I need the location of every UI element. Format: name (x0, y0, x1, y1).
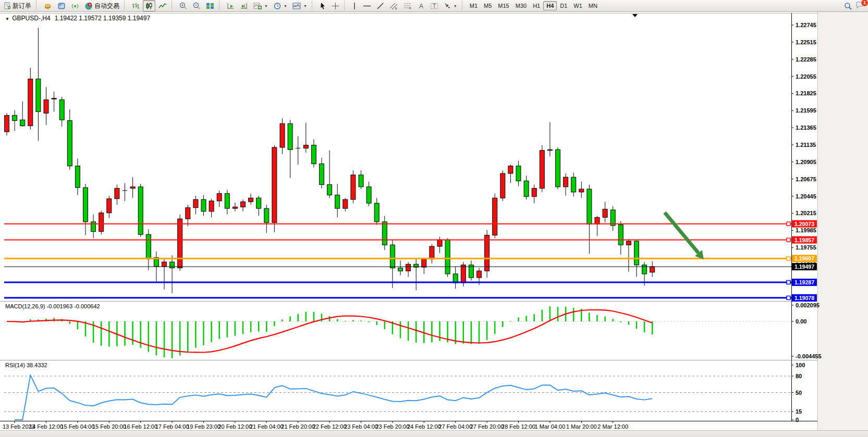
chart-background (0, 12, 817, 430)
svg-text:A: A (419, 3, 423, 10)
time-tick-label: 21 Feb 04:00 (250, 423, 284, 430)
periods-button[interactable]: ▼ (271, 0, 289, 11)
rsi-tick-label: 15 (796, 408, 802, 415)
trendline-tool-button[interactable] (374, 0, 386, 11)
timeframe-w1[interactable]: W1 (570, 1, 585, 10)
timeframe-m30[interactable]: M30 (512, 1, 530, 10)
tile-windows-icon (206, 2, 214, 10)
notification-badge: 1 (861, 0, 868, 7)
trendline-icon (376, 2, 384, 10)
candle-body (445, 240, 450, 274)
candle-body (146, 234, 151, 259)
signal-button[interactable] (69, 0, 81, 11)
crosshair-tool-button[interactable] (329, 0, 341, 11)
hline-price-label: 1.19607 (794, 255, 814, 261)
hline-marker[interactable] (787, 222, 790, 226)
candle-body (603, 209, 607, 218)
candle-body (618, 225, 623, 245)
timeframe-mn[interactable]: MN (585, 1, 601, 10)
new-order-button[interactable]: 新订单 (2, 0, 33, 11)
candle-body (564, 177, 568, 187)
channel-tool-button[interactable]: E (387, 0, 400, 11)
macd-label: MACD(12,26,9) -0.001963 -0.000642 (5, 303, 100, 309)
candle-body (193, 199, 198, 208)
new-order-icon (4, 2, 11, 9)
candle-body (516, 166, 521, 181)
timeframe-m15[interactable]: M15 (495, 1, 512, 10)
search-icon[interactable] (844, 2, 852, 10)
candle-body (52, 98, 56, 99)
gold-ingot-icon (43, 2, 52, 10)
horizontal-line-icon (363, 2, 371, 10)
hline-marker[interactable] (787, 257, 790, 260)
candle-body (556, 149, 560, 186)
symbol-dropdown-icon[interactable]: ▼ (5, 17, 9, 21)
candle-body (547, 149, 552, 150)
candles-chart-button[interactable] (143, 0, 155, 11)
text-label-icon: T (430, 2, 438, 10)
zoom-out-icon (192, 2, 201, 10)
text-tool-button[interactable]: A (415, 0, 427, 11)
timeframe-m1[interactable]: M1 (467, 1, 481, 10)
toolbar-grip[interactable] (36, 2, 39, 10)
timeframe-h4[interactable]: H4 (543, 1, 557, 10)
vertical-line-tool-button[interactable] (349, 0, 360, 11)
time-tick-label: 19 Feb 23:00 (187, 423, 221, 430)
toolbar-grip[interactable] (312, 2, 314, 10)
candle (445, 238, 450, 277)
toolbar-grip[interactable] (219, 2, 222, 10)
line-chart-button[interactable] (156, 0, 169, 11)
toolbar-grip[interactable] (172, 2, 174, 10)
chart-canvas[interactable]: 1.227451.225151.222851.220551.218251.215… (0, 12, 868, 430)
chart-shift-icon (240, 2, 248, 10)
candle-body (91, 222, 96, 232)
indicators-button[interactable]: ▼ (251, 0, 270, 11)
templates-button[interactable]: ▼ (290, 0, 309, 11)
cursor-tool-button[interactable] (317, 0, 328, 11)
text-icon: A (418, 2, 425, 10)
toolbar-grip[interactable] (462, 2, 464, 10)
zoom-out-button[interactable] (190, 0, 203, 11)
hline-price-label: 1.19078 (794, 295, 814, 301)
chevron-down-icon: ▼ (454, 4, 457, 8)
timeframe-h1[interactable]: H1 (530, 1, 543, 10)
horizontal-line-tool-button[interactable] (361, 0, 373, 11)
text-label-tool-button[interactable]: T (428, 0, 441, 11)
tile-windows-button[interactable] (204, 0, 216, 11)
candle-body (595, 217, 600, 224)
candle-body (500, 173, 505, 198)
arrows-tool-button[interactable]: ▼ (442, 0, 459, 11)
time-tick-label: 16 Feb 12:00 (124, 423, 157, 430)
hline-label-current-price: 1.19497 (792, 263, 817, 270)
gold-button[interactable] (41, 0, 54, 11)
time-tick-label: 23 Feb 04:00 (344, 423, 378, 430)
chart-shift-button[interactable] (238, 0, 250, 11)
candle-body (44, 100, 48, 114)
candle-body (485, 235, 490, 271)
hline-marker[interactable] (787, 281, 790, 284)
candle-body (579, 189, 584, 192)
auto-trading-label: 自动交易 (94, 2, 119, 10)
autoscroll-button[interactable] (224, 0, 237, 11)
candle-body (461, 265, 466, 283)
hline-marker[interactable] (787, 238, 790, 242)
toolbar-grip[interactable] (344, 2, 347, 10)
crosshair-icon (332, 2, 339, 10)
zoom-in-icon (179, 2, 187, 10)
auto-trading-button[interactable]: 自动交易 (82, 0, 121, 11)
fibonacci-tool-button[interactable]: F (401, 0, 414, 11)
zoom-in-button[interactable] (177, 0, 189, 11)
hline-marker[interactable] (787, 296, 790, 299)
candle-body (233, 207, 237, 208)
toolbar-grip[interactable] (124, 2, 127, 10)
timeframe-m5[interactable]: M5 (481, 1, 495, 10)
price-tick-label: 1.22745 (796, 22, 816, 28)
timeframe-d1[interactable]: D1 (557, 1, 570, 10)
bars-chart-button[interactable] (129, 0, 142, 11)
trade-report-button[interactable] (55, 0, 68, 11)
candle-body (327, 184, 332, 195)
rsi-tick-label: 0 (796, 417, 799, 423)
notifications-button[interactable]: 1 (855, 1, 865, 11)
time-tick-label: 20 Feb 12:00 (218, 423, 252, 430)
candle (99, 210, 104, 234)
